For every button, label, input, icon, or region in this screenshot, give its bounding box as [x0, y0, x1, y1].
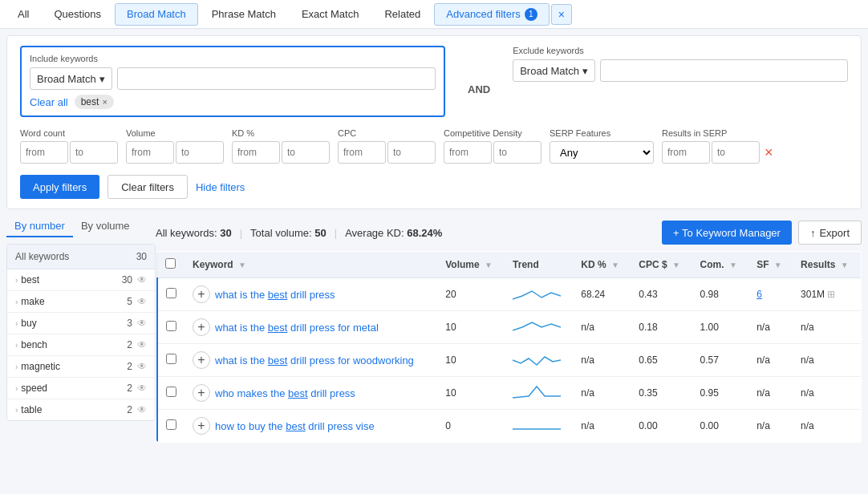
word-count-from-input[interactable] — [20, 141, 68, 164]
sf-value: n/a — [756, 420, 770, 431]
keyword-link[interactable]: how to buy the best drill press vise — [215, 420, 375, 432]
eye-icon[interactable]: 👁 — [137, 404, 147, 415]
col-sf-filter-icon[interactable]: ▼ — [774, 261, 782, 269]
eye-icon[interactable]: 👁 — [137, 274, 147, 285]
list-item[interactable]: › buy 3 👁 — [7, 313, 155, 334]
eye-icon[interactable]: 👁 — [137, 383, 147, 394]
cpc-to-input[interactable] — [387, 141, 436, 164]
col-volume-filter-icon[interactable]: ▼ — [485, 261, 493, 269]
serp-features-select[interactable]: Any — [550, 141, 654, 164]
eye-icon[interactable]: 👁 — [137, 296, 147, 307]
apply-filters-button[interactable]: Apply filters — [20, 175, 99, 199]
row-trend-cell — [505, 377, 573, 410]
results-close-icon[interactable]: × — [765, 145, 773, 160]
kd-from-input[interactable] — [232, 141, 280, 164]
results-value: n/a — [801, 322, 814, 333]
advanced-filters-close[interactable]: × — [551, 4, 572, 25]
table-row: + what is the best drill press 20 68.24 … — [157, 278, 862, 311]
add-keyword-button[interactable]: + — [193, 351, 210, 369]
add-keyword-button[interactable]: + — [193, 384, 210, 402]
tab-broad-match[interactable]: Broad Match — [115, 3, 198, 26]
view-tab-by-number[interactable]: By number — [6, 216, 73, 237]
exclude-keyword-input[interactable] — [600, 59, 848, 82]
col-trend: Trend — [505, 252, 573, 278]
row-checkbox[interactable] — [166, 419, 176, 430]
kw-count: 2 — [127, 404, 132, 415]
eye-icon[interactable]: 👁 — [137, 361, 147, 372]
tab-phrase-match[interactable]: Phrase Match — [200, 3, 288, 26]
col-results-filter-icon[interactable]: ▼ — [841, 261, 849, 269]
stat-separator-1: | — [240, 227, 242, 239]
keyword-link[interactable]: what is the best drill press for metal — [215, 322, 379, 334]
clear-filters-button[interactable]: Clear filters — [107, 175, 188, 199]
word-count-label: Word count — [20, 128, 118, 138]
select-all-checkbox[interactable] — [165, 258, 176, 269]
col-keyword-filter-icon[interactable]: ▼ — [238, 261, 246, 269]
volume-to-input[interactable] — [176, 141, 224, 164]
row-volume-cell: 10 — [437, 344, 505, 377]
tab-related[interactable]: Related — [372, 3, 432, 26]
row-checkbox[interactable] — [166, 387, 176, 397]
include-type-select[interactable]: Broad Match ▾ — [30, 67, 112, 90]
hide-filters-button[interactable]: Hide filters — [196, 181, 245, 193]
row-checkbox[interactable] — [166, 288, 176, 298]
tab-exact-match[interactable]: Exact Match — [290, 3, 371, 26]
cpc-from-input[interactable] — [338, 141, 386, 164]
keyword-link[interactable]: what is the best drill press — [215, 289, 335, 301]
kd-to-input[interactable] — [282, 141, 330, 164]
add-keyword-button[interactable]: + — [193, 318, 210, 336]
row-keyword-cell: + who makes the best drill press — [185, 377, 437, 410]
list-item[interactable]: › magnetic 2 👁 — [7, 356, 155, 378]
list-item[interactable]: › make 5 👁 — [7, 291, 155, 313]
col-com-filter-icon[interactable]: ▼ — [729, 261, 737, 269]
tab-all[interactable]: All — [6, 3, 40, 26]
results-value: 301M — [801, 289, 825, 300]
row-keyword-cell: + what is the best drill press for woodw… — [185, 344, 437, 377]
tag-row: Clear all best × — [30, 95, 436, 109]
list-item[interactable]: › bench 2 👁 — [7, 334, 155, 356]
eye-icon[interactable]: 👁 — [137, 318, 147, 329]
list-item[interactable]: › best 30 👁 — [7, 269, 155, 291]
add-keyword-button[interactable]: + — [193, 417, 210, 435]
results-info-icon[interactable]: ⊞ — [827, 289, 835, 300]
view-tab-by-volume[interactable]: By volume — [73, 216, 138, 237]
include-keyword-input[interactable] — [117, 67, 436, 90]
export-button[interactable]: ↑ Export — [798, 221, 862, 245]
comp-to-input[interactable] — [493, 141, 541, 164]
total-volume-stat: Total volume: 50 — [250, 227, 327, 239]
comp-from-input[interactable] — [444, 141, 492, 164]
chevron-right-icon: › — [15, 406, 18, 415]
row-checkbox[interactable] — [166, 321, 176, 331]
exclude-type-select[interactable]: Broad Match ▾ — [513, 59, 595, 82]
tab-advanced-filters[interactable]: Advanced filters 1 — [434, 3, 550, 26]
clear-all-button[interactable]: Clear all — [30, 96, 68, 108]
results-serp-filter: Results in SERP × — [662, 128, 773, 164]
row-checkbox[interactable] — [166, 354, 176, 364]
row-volume-cell: 10 — [437, 311, 505, 344]
word-count-to-input[interactable] — [70, 141, 118, 164]
tag-close-icon[interactable]: × — [102, 97, 107, 107]
add-keyword-button[interactable]: + — [193, 285, 210, 303]
col-kd-filter-icon[interactable]: ▼ — [611, 261, 619, 269]
tab-questions[interactable]: Questions — [42, 3, 113, 26]
volume-from-input[interactable] — [126, 141, 174, 164]
row-com-cell: 1.00 — [692, 311, 749, 344]
eye-icon[interactable]: 👁 — [137, 339, 147, 350]
col-cpc-filter-icon[interactable]: ▼ — [672, 261, 680, 269]
results-to-input[interactable] — [712, 141, 760, 164]
list-item[interactable]: › speed 2 👁 — [7, 378, 155, 399]
trend-chart — [513, 350, 561, 370]
sf-value[interactable]: 6 — [756, 289, 762, 300]
keyword-link[interactable]: who makes the best drill press — [215, 387, 355, 399]
sf-value: n/a — [756, 387, 770, 399]
to-keyword-manager-button[interactable]: + To Keyword Manager — [662, 221, 792, 245]
all-keywords-value: 30 — [220, 227, 231, 239]
volume-value: 20 — [445, 289, 456, 300]
results-from-input[interactable] — [662, 141, 710, 164]
cpc-value: 0.18 — [639, 322, 657, 333]
numeric-filters-row: Word count Volume KD % CPC — [20, 128, 848, 164]
exclude-type-label: Broad Match — [520, 65, 579, 77]
keyword-link[interactable]: what is the best drill press for woodwor… — [215, 354, 414, 366]
list-item[interactable]: › table 2 👁 — [7, 399, 155, 420]
row-trend-cell — [505, 410, 573, 443]
